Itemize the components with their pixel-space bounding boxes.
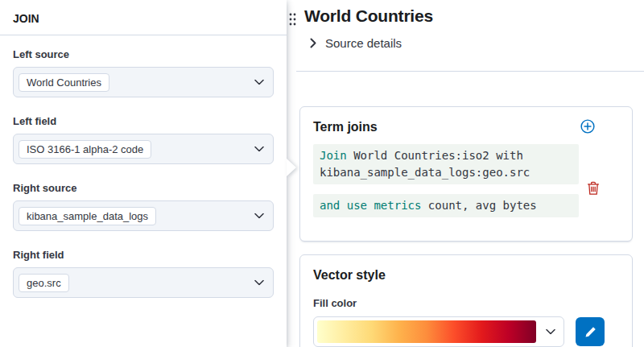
vector-style-card: Vector style Fill color: [299, 254, 633, 347]
left-field-label: Left field: [13, 115, 274, 127]
right-source-value: kibana_sample_data_logs: [19, 207, 156, 225]
grab-icon: [288, 12, 296, 30]
fill-color-label: Fill color: [313, 297, 619, 309]
divider: [296, 71, 644, 72]
left-source-select[interactable]: World Countries: [13, 67, 274, 97]
fill-color-ramp: [317, 320, 536, 343]
edit-style-button[interactable]: [576, 317, 605, 346]
join-expression-keyword: Join: [320, 149, 347, 162]
chevron-right-icon: [310, 38, 316, 48]
metrics-expression-value: count, avg bytes: [421, 199, 536, 212]
join-expression-value: World Countries:iso2 with kibana_sample_…: [320, 149, 530, 179]
chevron-down-icon: [546, 329, 555, 335]
join-popover-body: Left source World Countries Left field I…: [0, 35, 287, 311]
left-source-label: Left source: [13, 48, 274, 60]
term-joins-title: Term joins: [313, 120, 619, 134]
plus-in-circle-icon: [580, 124, 595, 136]
vector-style-title: Vector style: [313, 268, 619, 283]
join-popover: JOIN Left source World Countries Left fi…: [0, 0, 287, 347]
trash-icon: [587, 186, 600, 198]
chevron-down-icon: [254, 80, 264, 85]
fill-color-select[interactable]: [313, 316, 564, 347]
right-field-group: Right field geo.src: [13, 249, 274, 298]
left-field-value: ISO 3166-1 alpha-2 code: [19, 140, 151, 159]
left-source-group: Left source World Countries: [13, 48, 274, 97]
metrics-expression[interactable]: and use metrics count, avg bytes: [313, 194, 579, 217]
add-join-button[interactable]: [579, 118, 597, 135]
chevron-down-icon: [254, 280, 264, 286]
join-expressions: Join World Countries:iso2 with kibana_sa…: [313, 144, 579, 217]
layer-settings-panel: World Countries Source details Term join…: [287, 0, 644, 347]
right-source-group: Right source kibana_sample_data_logs: [13, 182, 274, 231]
right-source-select[interactable]: kibana_sample_data_logs: [13, 200, 274, 231]
chevron-down-icon: [254, 147, 264, 152]
fill-color-row: [313, 316, 619, 347]
term-joins-card: Term joins Join World Countries:iso2 wit…: [299, 106, 633, 242]
chevron-down-icon: [254, 213, 264, 219]
join-popover-title: JOIN: [0, 0, 287, 35]
right-field-label: Right field: [13, 249, 274, 261]
left-field-group: Left field ISO 3166-1 alpha-2 code: [13, 115, 274, 164]
right-source-label: Right source: [13, 182, 274, 194]
source-details-label: Source details: [325, 36, 402, 50]
right-field-value: geo.src: [19, 274, 69, 292]
right-field-select[interactable]: geo.src: [13, 267, 274, 298]
source-details-toggle[interactable]: Source details: [310, 36, 402, 50]
metrics-expression-keyword: and use metrics: [320, 199, 421, 212]
pencil-icon: [584, 326, 597, 338]
left-source-value: World Countries: [19, 73, 109, 92]
page-title: World Countries: [304, 6, 433, 26]
popover-arrow: [287, 159, 296, 176]
left-field-select[interactable]: ISO 3166-1 alpha-2 code: [13, 134, 274, 164]
delete-join-button[interactable]: [585, 180, 601, 197]
join-expression[interactable]: Join World Countries:iso2 with kibana_sa…: [313, 144, 579, 184]
